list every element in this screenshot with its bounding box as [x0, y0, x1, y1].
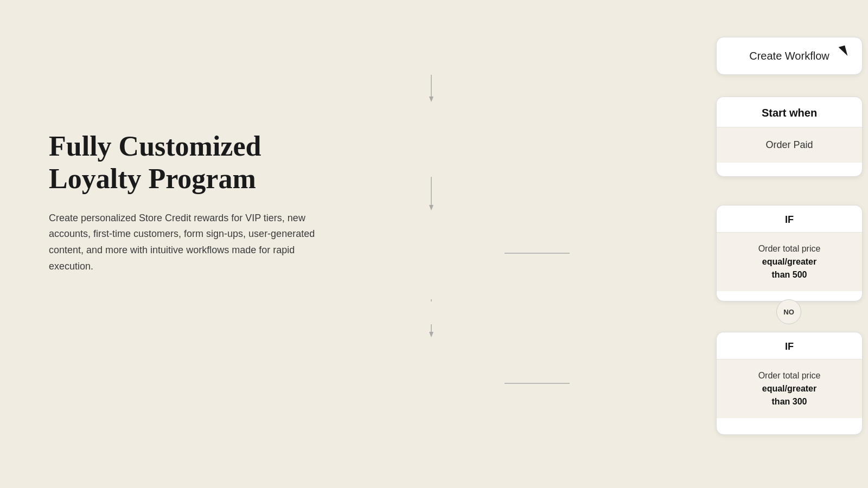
if1-body: Order total price equal/greater than 500 [717, 233, 862, 291]
if1-line3: than 500 [772, 270, 807, 279]
start-when-node[interactable]: Start when Order Paid [716, 97, 863, 177]
workflow-area: Create Workflow Start when Order Paid IF… [358, 16, 852, 483]
if2-line2: equal/greater [762, 384, 816, 393]
start-when-header: Start when [717, 97, 862, 127]
left-section: Fully Customized Loyalty Program Create … [49, 130, 331, 274]
if2-line1: Order total price [758, 371, 821, 380]
svg-marker-6 [429, 97, 433, 102]
svg-marker-8 [429, 332, 433, 337]
if1-line2: equal/greater [762, 257, 816, 266]
start-when-body: Order Paid [717, 127, 862, 163]
if2-body: Order total price equal/greater than 300 [717, 359, 862, 418]
no-badge: NO [776, 299, 801, 324]
if1-header: IF [717, 206, 862, 233]
if-node-1[interactable]: IF Order total price equal/greater than … [716, 205, 863, 301]
svg-marker-7 [429, 205, 433, 210]
if-node-2[interactable]: IF Order total price equal/greater than … [716, 332, 863, 435]
if1-line1: Order total price [758, 244, 821, 253]
if2-line3: than 300 [772, 397, 807, 406]
description: Create personalized Store Credit rewards… [49, 210, 331, 275]
main-title: Fully Customized Loyalty Program [49, 130, 331, 195]
if2-header: IF [717, 332, 862, 359]
create-workflow-label: Create Workflow [749, 50, 829, 62]
